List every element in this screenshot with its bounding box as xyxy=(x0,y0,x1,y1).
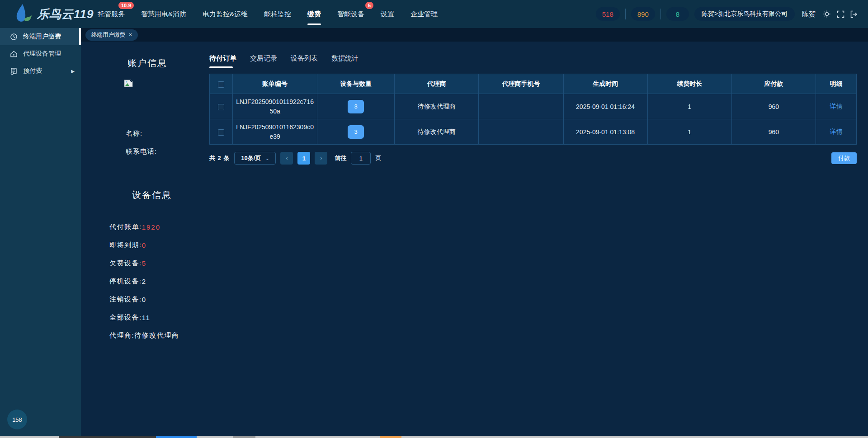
orders-tabs: 待付订单 交易记录 设备列表 数据统计 xyxy=(209,54,857,68)
nav-item-energy-monitoring[interactable]: 能耗监控 xyxy=(264,7,291,21)
nav-item-power-monitoring[interactable]: 电力监控&运维 xyxy=(203,7,248,21)
stat-value: 2 xyxy=(142,278,146,285)
amount-due-cell: 960 xyxy=(731,94,816,119)
col-detail: 明细 xyxy=(816,74,856,94)
brand[interactable]: 乐鸟云119 xyxy=(0,3,90,25)
col-amount-due: 应付款 xyxy=(731,74,816,94)
table-row: LNJF20250901011922c71650a 3 待修改代理商 2025-… xyxy=(210,94,857,119)
created-at-cell: 2025-09-01 01:16:24 xyxy=(563,94,647,119)
orders-table: 账单编号 设备与数量 代理商 代理商手机号 生成时间 续费时长 应付款 明细 L… xyxy=(209,74,857,145)
col-renew-duration: 续费时长 xyxy=(647,74,731,94)
tab-chip-terminal-user-payment[interactable]: 终端用户缴费 × xyxy=(85,29,138,41)
scrollbar-segment xyxy=(59,436,156,438)
tab-data-statistics[interactable]: 数据统计 xyxy=(331,54,359,68)
sidebar: 终端用户缴费 代理设备管理 预付费 ▶ 158 xyxy=(0,28,81,438)
row-checkbox[interactable] xyxy=(218,129,224,136)
device-count-cell: 3 xyxy=(317,94,395,119)
sidebar-item-label: 预付费 xyxy=(23,67,42,75)
bill-no-cell: LNJF2025090101162309c0e39 xyxy=(233,119,317,145)
device-info-title: 设备信息 xyxy=(132,189,172,201)
next-page-button[interactable]: › xyxy=(315,152,327,165)
logout-icon[interactable] xyxy=(850,10,858,18)
nav-item-settings[interactable]: 设置 xyxy=(381,7,394,21)
pagination: 共 2 条 10条/页 ⌄ ‹ 1 › 前往 页 付款 xyxy=(209,152,857,165)
scrollbar-segment xyxy=(233,436,255,438)
nav-item-enterprise[interactable]: 企业管理 xyxy=(410,7,438,21)
stat-agent: 代理商:待修改代理商 xyxy=(109,326,179,344)
device-count-cell: 3 xyxy=(317,119,395,145)
stat-value: 0 xyxy=(142,241,146,249)
detail-link[interactable]: 详情 xyxy=(830,103,842,110)
smart-devices-badge: 5 xyxy=(365,2,373,9)
amount-due-cell: 960 xyxy=(731,119,816,145)
goto-label: 前往 xyxy=(335,154,346,162)
row-checkbox[interactable] xyxy=(218,104,224,110)
stat-value: 11 xyxy=(142,314,151,321)
col-created-at: 生成时间 xyxy=(563,74,647,94)
tab-transaction-records[interactable]: 交易记录 xyxy=(250,54,277,68)
divider xyxy=(660,9,661,19)
table-header-row: 账单编号 设备与数量 代理商 代理商手机号 生成时间 续费时长 应付款 明细 xyxy=(210,74,857,94)
sidebar-item-agent-device-mgmt[interactable]: 代理设备管理 xyxy=(0,45,81,62)
renew-duration-cell: 1 xyxy=(647,94,731,119)
broken-image-icon xyxy=(124,80,133,87)
company-selector[interactable]: 陈贺>新北京乐鸟科技有限公司 xyxy=(694,7,795,21)
alarm-counter-teal[interactable]: 8 xyxy=(666,7,689,21)
chevron-down-icon: ⌄ xyxy=(265,156,269,161)
prev-page-button[interactable]: ‹ xyxy=(280,152,293,165)
nav-item-smart-power-fire[interactable]: 智慧用电&消防 xyxy=(141,7,186,21)
account-info-title: 账户信息 xyxy=(127,57,167,69)
tab-device-list[interactable]: 设备列表 xyxy=(291,54,318,68)
divider xyxy=(625,9,626,19)
home-icon xyxy=(10,50,18,58)
device-stats: 代付账单:1920 即将到期:0 欠费设备:5 停机设备:2 注销设备:0 全部… xyxy=(109,218,179,344)
row-checkbox-cell xyxy=(210,94,233,119)
horizontal-scrollbar[interactable] xyxy=(0,436,868,438)
stat-cancelled-devices: 注销设备:0 xyxy=(109,290,179,308)
agent-phone-cell xyxy=(479,119,563,145)
page-unit-label: 页 xyxy=(375,154,381,162)
brand-title: 乐鸟云119 xyxy=(37,6,94,22)
sidebar-item-label: 代理设备管理 xyxy=(23,50,61,58)
page-number-button[interactable]: 1 xyxy=(297,152,310,165)
device-count-badge[interactable]: 3 xyxy=(348,100,364,113)
pay-button[interactable]: 付款 xyxy=(831,152,857,164)
settings-icon[interactable] xyxy=(823,10,831,18)
notification-fab[interactable]: 158 xyxy=(7,410,27,429)
sidebar-item-terminal-user-payment[interactable]: 终端用户缴费 xyxy=(0,28,81,45)
detail-link[interactable]: 详情 xyxy=(830,128,842,135)
bill-icon xyxy=(10,67,18,75)
close-icon[interactable]: × xyxy=(129,32,132,38)
select-all-checkbox[interactable] xyxy=(218,81,224,88)
account-panel: 账户信息 名称: 联系电话: 设备信息 代付账单:1920 即将到期:0 欠费设… xyxy=(81,42,217,436)
stat-stopped-devices: 停机设备:2 xyxy=(109,272,179,290)
nav-item-payment[interactable]: 缴费 xyxy=(307,7,321,21)
nav-right: 518 890 8 陈贺>新北京乐鸟科技有限公司 陈贺 xyxy=(596,7,868,21)
tab-chip-label: 终端用户缴费 xyxy=(91,31,125,39)
col-device-count: 设备与数量 xyxy=(317,74,395,94)
bill-no-cell: LNJF20250901011922c71650a xyxy=(233,94,317,119)
col-agent-phone: 代理商手机号 xyxy=(479,74,563,94)
device-count-badge[interactable]: 3 xyxy=(348,125,364,139)
goto-page-input[interactable] xyxy=(351,152,371,165)
alarm-counter-red[interactable]: 518 xyxy=(596,7,620,21)
nav-item-smart-devices[interactable]: 智能设备 5 xyxy=(337,7,364,21)
scrollbar-segment xyxy=(156,436,197,438)
alarm-counter-orange[interactable]: 890 xyxy=(631,7,655,21)
stat-value: 5 xyxy=(142,259,146,267)
table-row: LNJF2025090101162309c0e39 3 待修改代理商 2025-… xyxy=(210,119,857,145)
account-name-label: 名称: xyxy=(126,129,142,138)
history-icon xyxy=(10,33,18,41)
detail-cell: 详情 xyxy=(816,94,856,119)
sidebar-item-prepaid[interactable]: 预付费 ▶ xyxy=(0,62,81,80)
fullscreen-icon[interactable] xyxy=(836,10,844,18)
stat-overdue-devices: 欠费设备:5 xyxy=(109,254,179,272)
scrollbar-segment xyxy=(380,436,401,438)
main-menu: 托管服务 10-9 智慧用电&消防 电力监控&运维 能耗监控 缴费 智能设备 5… xyxy=(98,7,438,21)
sidebar-item-label: 终端用户缴费 xyxy=(23,33,61,41)
user-name[interactable]: 陈贺 xyxy=(802,10,816,19)
nav-item-hosting[interactable]: 托管服务 10-9 xyxy=(98,7,125,21)
tab-pending-orders[interactable]: 待付订单 xyxy=(209,54,236,68)
page-size-select[interactable]: 10条/页 ⌄ xyxy=(234,152,276,165)
stat-all-devices: 全部设备:11 xyxy=(109,308,179,326)
